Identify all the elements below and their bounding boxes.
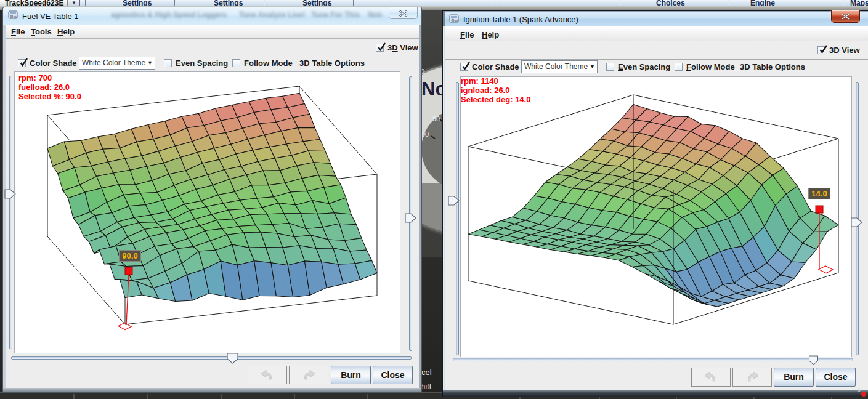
svg-text:90.: 90. [432, 115, 442, 123]
svg-text:00: 00 [421, 131, 429, 138]
